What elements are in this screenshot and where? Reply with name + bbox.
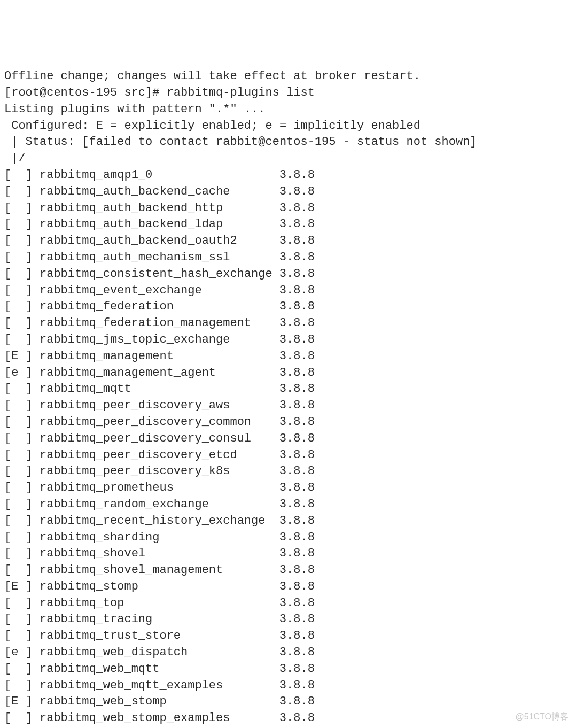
plugin-version: 3.8.8 xyxy=(279,233,315,250)
plugin-name: rabbitmq_jms_topic_exchange xyxy=(40,332,279,348)
plugin-status: [ ] xyxy=(4,266,33,283)
plugin-version: 3.8.8 xyxy=(279,628,315,645)
plugin-row: [ ] rabbitmq_peer_discovery_etcd3.8.8 xyxy=(4,447,572,464)
plugin-name: rabbitmq_federation_management xyxy=(40,315,279,332)
plugin-name: rabbitmq_stomp xyxy=(40,579,279,595)
plugin-name: rabbitmq_recent_history_exchange xyxy=(40,513,279,530)
tree-legend: |/ xyxy=(4,151,572,167)
plugin-version: 3.8.8 xyxy=(279,332,315,348)
plugin-version: 3.8.8 xyxy=(279,447,315,464)
plugin-version: 3.8.8 xyxy=(279,645,315,661)
plugin-version: 3.8.8 xyxy=(279,480,315,497)
plugin-name: rabbitmq_sharding xyxy=(40,530,279,546)
plugin-row: [ ] rabbitmq_amqp1_03.8.8 xyxy=(4,167,572,184)
plugin-row: [ ] rabbitmq_peer_discovery_aws3.8.8 xyxy=(4,398,572,414)
plugin-version: 3.8.8 xyxy=(279,497,315,513)
plugin-status: [ ] xyxy=(4,216,33,233)
plugin-name: rabbitmq_peer_discovery_common xyxy=(40,414,279,431)
plugin-name: rabbitmq_peer_discovery_aws xyxy=(40,398,279,414)
plugin-status: [e ] xyxy=(4,645,33,661)
plugin-status: [ ] xyxy=(4,497,33,513)
plugin-row: [ ] rabbitmq_top3.8.8 xyxy=(4,595,572,612)
plugin-row: [ ] rabbitmq_event_exchange3.8.8 xyxy=(4,283,572,299)
plugin-row: [ ] rabbitmq_federation3.8.8 xyxy=(4,299,572,315)
plugin-version: 3.8.8 xyxy=(279,694,315,710)
plugin-status: [ ] xyxy=(4,283,33,299)
plugin-row: [E ] rabbitmq_stomp3.8.8 xyxy=(4,579,572,595)
plugin-name: rabbitmq_peer_discovery_consul xyxy=(40,431,279,447)
plugin-version: 3.8.8 xyxy=(279,250,315,266)
plugin-version: 3.8.8 xyxy=(279,579,315,595)
plugin-version: 3.8.8 xyxy=(279,200,315,217)
plugin-name: rabbitmq_top xyxy=(40,595,279,612)
plugin-status: [ ] xyxy=(4,562,33,579)
plugin-row: [E ] rabbitmq_management3.8.8 xyxy=(4,348,572,365)
plugin-row: [e ] rabbitmq_management_agent3.8.8 xyxy=(4,365,572,382)
plugin-row: [ ] rabbitmq_web_mqtt3.8.8 xyxy=(4,661,572,678)
plugin-row: [ ] rabbitmq_sharding3.8.8 xyxy=(4,530,572,546)
plugin-row: [e ] rabbitmq_web_dispatch3.8.8 xyxy=(4,645,572,661)
plugin-status: [ ] xyxy=(4,546,33,562)
plugin-status: [ ] xyxy=(4,710,33,727)
plugin-status: [ ] xyxy=(4,513,33,530)
plugin-name: rabbitmq_random_exchange xyxy=(40,497,279,513)
plugin-status: [ ] xyxy=(4,250,33,266)
plugin-version: 3.8.8 xyxy=(279,299,315,315)
plugin-row: [ ] rabbitmq_web_mqtt_examples3.8.8 xyxy=(4,678,572,694)
plugin-name: rabbitmq_auth_backend_cache xyxy=(40,184,279,200)
plugin-status: [E ] xyxy=(4,579,33,595)
plugin-row: [ ] rabbitmq_auth_backend_oauth23.8.8 xyxy=(4,233,572,250)
plugin-version: 3.8.8 xyxy=(279,530,315,546)
plugin-name: rabbitmq_tracing xyxy=(40,611,279,628)
plugin-version: 3.8.8 xyxy=(279,184,315,200)
plugin-version: 3.8.8 xyxy=(279,661,315,678)
status-legend: | Status: [failed to contact rabbit@cent… xyxy=(4,134,572,151)
plugin-row: [ ] rabbitmq_shovel3.8.8 xyxy=(4,546,572,562)
plugin-version: 3.8.8 xyxy=(279,216,315,233)
plugin-status: [ ] xyxy=(4,661,33,678)
plugin-status: [ ] xyxy=(4,315,33,332)
plugin-status: [ ] xyxy=(4,611,33,628)
plugin-status: [ ] xyxy=(4,167,33,184)
plugin-status: [ ] xyxy=(4,398,33,414)
plugin-name: rabbitmq_management xyxy=(40,348,279,365)
plugin-status: [ ] xyxy=(4,678,33,694)
plugin-status: [ ] xyxy=(4,628,33,645)
plugin-status: [ ] xyxy=(4,200,33,217)
plugin-list: [ ] rabbitmq_amqp1_03.8.8[ ] rabbitmq_au… xyxy=(4,167,572,727)
plugin-version: 3.8.8 xyxy=(279,562,315,579)
watermark: @51CTO博客 xyxy=(515,711,569,723)
plugin-row: [ ] rabbitmq_recent_history_exchange3.8.… xyxy=(4,513,572,530)
plugin-status: [ ] xyxy=(4,431,33,447)
plugin-version: 3.8.8 xyxy=(279,546,315,562)
plugin-row: [ ] rabbitmq_consistent_hash_exchange3.8… xyxy=(4,266,572,283)
plugin-name: rabbitmq_web_mqtt_examples xyxy=(40,678,279,694)
plugin-name: rabbitmq_prometheus xyxy=(40,480,279,497)
plugin-name: rabbitmq_trust_store xyxy=(40,628,279,645)
plugin-status: [ ] xyxy=(4,184,33,200)
plugin-row: [ ] rabbitmq_random_exchange3.8.8 xyxy=(4,497,572,513)
plugin-version: 3.8.8 xyxy=(279,414,315,431)
plugin-name: rabbitmq_auth_backend_http xyxy=(40,200,279,217)
plugin-status: [e ] xyxy=(4,365,33,382)
plugin-name: rabbitmq_management_agent xyxy=(40,365,279,382)
plugin-row: [ ] rabbitmq_prometheus3.8.8 xyxy=(4,480,572,497)
plugin-version: 3.8.8 xyxy=(279,266,315,283)
plugin-status: [ ] xyxy=(4,463,33,480)
plugin-version: 3.8.8 xyxy=(279,381,315,398)
plugin-row: [ ] rabbitmq_trust_store3.8.8 xyxy=(4,628,572,645)
plugin-row: [ ] rabbitmq_auth_backend_cache3.8.8 xyxy=(4,184,572,200)
plugin-row: [ ] rabbitmq_shovel_management3.8.8 xyxy=(4,562,572,579)
plugin-version: 3.8.8 xyxy=(279,167,315,184)
plugin-version: 3.8.8 xyxy=(279,398,315,414)
command-line[interactable]: [root@centos-195 src]# rabbitmq-plugins … xyxy=(4,85,572,102)
plugin-name: rabbitmq_consistent_hash_exchange xyxy=(40,266,279,283)
plugin-status: [ ] xyxy=(4,480,33,497)
plugin-status: [ ] xyxy=(4,414,33,431)
plugin-version: 3.8.8 xyxy=(279,611,315,628)
plugin-status: [ ] xyxy=(4,595,33,612)
plugin-name: rabbitmq_shovel xyxy=(40,546,279,562)
plugin-row: [ ] rabbitmq_federation_management3.8.8 xyxy=(4,315,572,332)
plugin-row: [ ] rabbitmq_auth_backend_ldap3.8.8 xyxy=(4,216,572,233)
plugin-name: rabbitmq_web_stomp xyxy=(40,694,279,710)
